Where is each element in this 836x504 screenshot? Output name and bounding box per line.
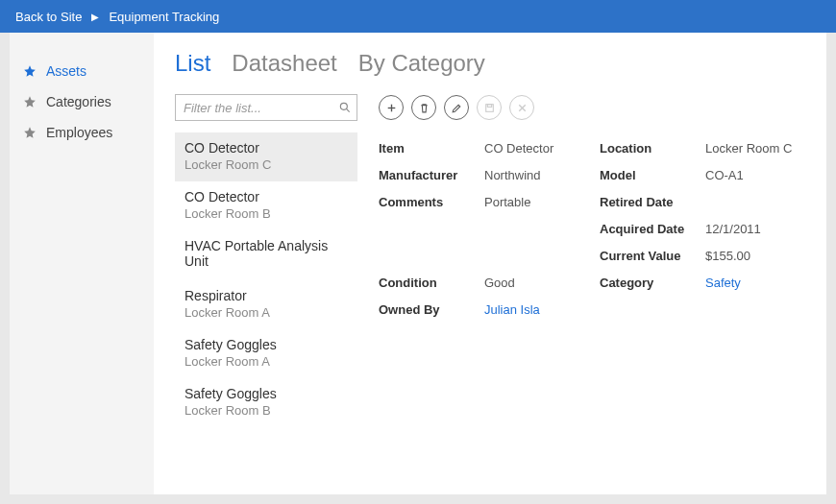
value-comments: Portable	[484, 188, 600, 215]
list-item-subtitle: Locker Room B	[184, 403, 348, 418]
value-acquired-date: 12/1/2011	[705, 215, 805, 242]
content-row: CO Detector Locker Room C CO Detector Lo…	[175, 94, 805, 427]
list-item[interactable]: HVAC Portable Analysis Unit	[175, 230, 357, 280]
filter-wrap	[175, 94, 357, 121]
value-current-value: $155.00	[705, 242, 805, 269]
list-item-title: Safety Goggles	[184, 386, 348, 401]
tab-datasheet[interactable]: Datasheet	[232, 50, 336, 77]
main-panel: List Datasheet By Category CO Detector L…	[154, 33, 826, 494]
list-item[interactable]: Safety Goggles Locker Room A	[175, 329, 357, 378]
label-retired-date: Retired Date	[600, 188, 705, 215]
list-item-subtitle: Locker Room C	[184, 157, 348, 172]
value-category[interactable]: Safety	[705, 269, 805, 296]
sidebar-item-label: Employees	[46, 125, 112, 140]
label-category: Category	[600, 269, 705, 296]
list-item-title: CO Detector	[184, 140, 348, 156]
list-item-title: Safety Goggles	[184, 337, 348, 352]
breadcrumb-chevron-icon: ▶	[91, 12, 99, 22]
breadcrumb-title[interactable]: Equipment Tracking	[109, 10, 219, 24]
sidebar-item-label: Categories	[46, 94, 111, 109]
save-button	[477, 95, 502, 120]
label-acquired-date: Acquired Date	[600, 215, 705, 242]
label-comments: Comments	[379, 188, 484, 215]
list-item-subtitle: Locker Room B	[184, 206, 348, 221]
value-location: Locker Room C	[705, 134, 805, 161]
svg-line-1	[346, 108, 349, 111]
star-icon	[23, 64, 37, 78]
filter-input[interactable]	[175, 94, 357, 121]
label-current-value: Current Value	[600, 242, 705, 269]
list-column: CO Detector Locker Room C CO Detector Lo…	[175, 94, 357, 427]
view-tabs: List Datasheet By Category	[175, 50, 805, 77]
svg-point-0	[340, 103, 347, 109]
detail-grid: Item Manufacturer Comments Condition Own…	[379, 134, 805, 323]
value-retired-date	[705, 188, 805, 215]
edit-button[interactable]	[444, 95, 469, 120]
list-item-subtitle: Locker Room A	[184, 305, 348, 320]
list-item-title: Respirator	[184, 288, 348, 303]
sidebar: Assets Categories Employees	[10, 33, 154, 494]
list-item[interactable]: Safety Goggles Locker Room B	[175, 378, 357, 427]
list-item-subtitle: Locker Room A	[184, 354, 348, 369]
label-model: Model	[600, 161, 705, 188]
tab-list[interactable]: List	[175, 50, 210, 77]
value-owned-by[interactable]: Julian Isla	[484, 296, 600, 323]
label-condition: Condition	[379, 269, 484, 296]
tab-by-category[interactable]: By Category	[358, 50, 485, 77]
delete-button[interactable]	[411, 95, 436, 120]
label-owned-by: Owned By	[379, 296, 484, 323]
value-condition: Good	[484, 269, 600, 296]
list-item-title: CO Detector	[184, 189, 348, 204]
list-item[interactable]: Respirator Locker Room A	[175, 280, 357, 329]
label-item: Item	[379, 134, 484, 161]
svg-rect-5	[487, 104, 491, 107]
detail-column: Item Manufacturer Comments Condition Own…	[379, 94, 805, 427]
app-window: Back to Site ▶ Equipment Tracking Assets…	[0, 0, 836, 504]
list-item[interactable]: CO Detector Locker Room C	[175, 132, 357, 181]
value-manufacturer: Northwind	[484, 161, 600, 188]
cancel-button	[509, 95, 534, 120]
list-item[interactable]: CO Detector Locker Room B	[175, 181, 357, 230]
detail-toolbar	[379, 94, 805, 121]
topbar: Back to Site ▶ Equipment Tracking	[0, 0, 836, 33]
sidebar-item-assets[interactable]: Assets	[10, 56, 154, 86]
value-item: CO Detector	[484, 134, 600, 161]
label-location: Location	[600, 134, 705, 161]
content-body: Assets Categories Employees List Datashe…	[10, 33, 826, 494]
star-icon	[23, 126, 37, 139]
back-to-site-link[interactable]: Back to Site	[15, 10, 82, 24]
add-button[interactable]	[379, 95, 404, 120]
search-icon[interactable]	[338, 101, 352, 114]
sidebar-item-employees[interactable]: Employees	[10, 117, 154, 148]
value-model: CO-A1	[705, 161, 805, 188]
star-icon	[23, 95, 37, 108]
sidebar-item-label: Assets	[46, 63, 86, 79]
sidebar-item-categories[interactable]: Categories	[10, 86, 154, 117]
list-item-title: HVAC Portable Analysis Unit	[184, 238, 348, 269]
label-manufacturer: Manufacturer	[379, 161, 484, 188]
